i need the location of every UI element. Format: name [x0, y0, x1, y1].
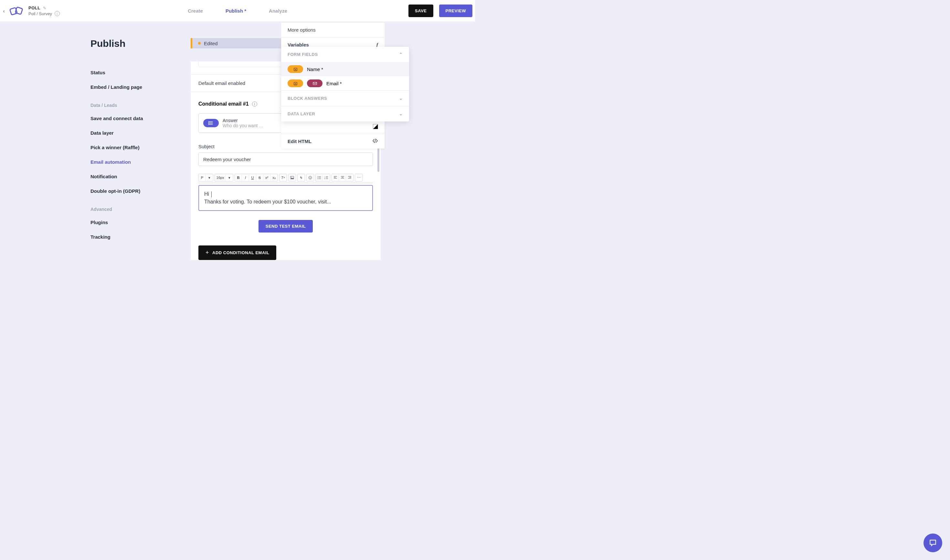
more-options-row[interactable]: More options: [281, 23, 384, 37]
plus-icon: +: [205, 249, 209, 256]
email-badge-icon: [307, 80, 322, 87]
tb-strike-icon[interactable]: S: [256, 174, 263, 181]
tb-align-left-icon[interactable]: [332, 174, 339, 181]
sidebar-item-notification[interactable]: Notification: [91, 169, 187, 184]
tb-superscript-icon[interactable]: x²: [263, 174, 270, 181]
add-conditional-email-button[interactable]: + ADD CONDITIONAL EMAIL: [198, 245, 276, 260]
sidebar-item-raffle[interactable]: Pick a winner (Raffle): [91, 140, 187, 155]
tb-number-list-icon[interactable]: 123: [323, 174, 330, 181]
chevron-down-icon: ⌄: [399, 111, 403, 116]
tb-bold-icon[interactable]: B: [235, 174, 242, 181]
answer-list-icon: [203, 119, 219, 127]
email-body-editor[interactable]: Hi Thanks for voting. To redeem your $10…: [198, 185, 373, 211]
app-logo[interactable]: [8, 3, 25, 19]
sidebar-heading: Publish: [91, 38, 187, 49]
top-nav: Create Publish * Analyze: [188, 8, 287, 14]
tb-paragraph-caret-icon[interactable]: ▾: [206, 174, 213, 181]
tb-align-center-icon[interactable]: [339, 174, 346, 181]
sidebar-section-data: Data / Leads: [91, 94, 187, 111]
svg-point-12: [310, 177, 311, 177]
svg-text:3: 3: [324, 178, 325, 180]
edited-dot-icon: [198, 42, 200, 45]
tb-clear-format-icon[interactable]: T×: [279, 174, 287, 181]
vp-item-email[interactable]: Email *: [281, 76, 409, 91]
send-test-email-button[interactable]: SEND TEST EMAIL: [259, 220, 313, 232]
form-badge-icon: [288, 80, 303, 87]
tb-underline-icon[interactable]: U: [249, 174, 256, 181]
tb-align-right-icon[interactable]: [346, 174, 353, 181]
page-subtitle: Poll / Survey: [28, 11, 52, 16]
sidebar-item-tracking[interactable]: Tracking: [91, 229, 187, 244]
tb-fontsize[interactable]: 16px: [215, 174, 226, 181]
vp-data-layer-header[interactable]: DATA LAYER ⌄: [281, 106, 409, 122]
top-bar: ‹ POLL ✎ Poll / Survey i Create Publish …: [0, 0, 475, 22]
svg-point-15: [317, 177, 318, 178]
edited-label: Edited: [204, 41, 218, 46]
variables-popover: FORM FIELDS ⌃ Name * Email * BLOCK ANSWE…: [281, 47, 409, 122]
text-cursor-icon: [211, 192, 212, 197]
page-title: POLL: [28, 6, 40, 10]
color-swatch-icon[interactable]: [373, 124, 378, 129]
svg-point-9: [291, 177, 292, 177]
editor-line1: Hi: [204, 191, 211, 197]
chevron-up-icon: ⌃: [399, 52, 403, 57]
title-block: POLL ✎ Poll / Survey i: [28, 6, 60, 16]
code-icon: [372, 138, 378, 144]
preview-button[interactable]: PREVIEW: [439, 5, 472, 17]
subtitle-info-icon[interactable]: i: [55, 11, 60, 16]
chevron-down-icon: ⌄: [399, 96, 403, 101]
tb-italic-icon[interactable]: I: [242, 174, 249, 181]
rte-toolbar: P ▾ 16px ▾ B I U S x² x₂ T×: [198, 174, 373, 183]
svg-point-11: [310, 177, 310, 177]
vp-block-answers-header[interactable]: BLOCK ANSWERS ⌄: [281, 91, 409, 106]
tb-link-icon[interactable]: [298, 174, 305, 181]
save-button[interactable]: SAVE: [409, 5, 433, 17]
form-badge-icon: [288, 65, 303, 73]
publish-sidebar: Publish Status Embed / Landing page Data…: [91, 38, 187, 270]
cond-info-icon[interactable]: i: [252, 102, 257, 106]
svg-point-17: [317, 178, 318, 179]
nav-create[interactable]: Create: [188, 8, 203, 14]
svg-rect-40: [313, 82, 316, 84]
tb-subscript-icon[interactable]: x₂: [270, 174, 278, 181]
sidebar-item-gdpr[interactable]: Double opt-in (GDPR): [91, 184, 187, 198]
tb-paragraph[interactable]: P: [199, 174, 206, 181]
right-bottom-panel: Edit HTML: [281, 120, 384, 149]
sidebar-item-embed[interactable]: Embed / Landing page: [91, 80, 187, 94]
back-chevron-icon[interactable]: ‹: [0, 8, 8, 14]
tb-emoji-icon[interactable]: [307, 174, 314, 181]
svg-point-7: [208, 124, 209, 125]
sidebar-item-email-automation[interactable]: Email automation: [91, 155, 187, 169]
vp-form-fields-header[interactable]: FORM FIELDS ⌃: [281, 47, 409, 62]
tb-bullet-list-icon[interactable]: [316, 174, 323, 181]
edit-html-row[interactable]: Edit HTML: [281, 134, 384, 149]
tb-fontsize-caret-icon[interactable]: ▾: [226, 174, 233, 181]
sidebar-item-data-layer[interactable]: Data layer: [91, 126, 187, 140]
svg-point-5: [208, 122, 209, 122]
sidebar-section-advanced: Advanced: [91, 198, 187, 215]
tb-more-icon[interactable]: ⋯: [355, 174, 362, 181]
nav-publish[interactable]: Publish *: [225, 8, 246, 14]
editor-line2: Thanks for voting. To redeem your $100 v…: [204, 198, 367, 206]
edit-title-icon[interactable]: ✎: [43, 6, 46, 10]
vp-item-name[interactable]: Name *: [281, 62, 409, 76]
nav-analyze[interactable]: Analyze: [269, 8, 287, 14]
svg-point-10: [308, 176, 312, 179]
sidebar-item-plugins[interactable]: Plugins: [91, 215, 187, 229]
svg-point-13: [317, 176, 318, 177]
svg-point-6: [208, 123, 209, 123]
sidebar-item-save-connect[interactable]: Save and connect data: [91, 111, 187, 126]
subject-input[interactable]: Redeem your voucher: [198, 152, 373, 166]
sidebar-item-status[interactable]: Status: [91, 65, 187, 80]
tb-image-icon[interactable]: [288, 174, 296, 181]
